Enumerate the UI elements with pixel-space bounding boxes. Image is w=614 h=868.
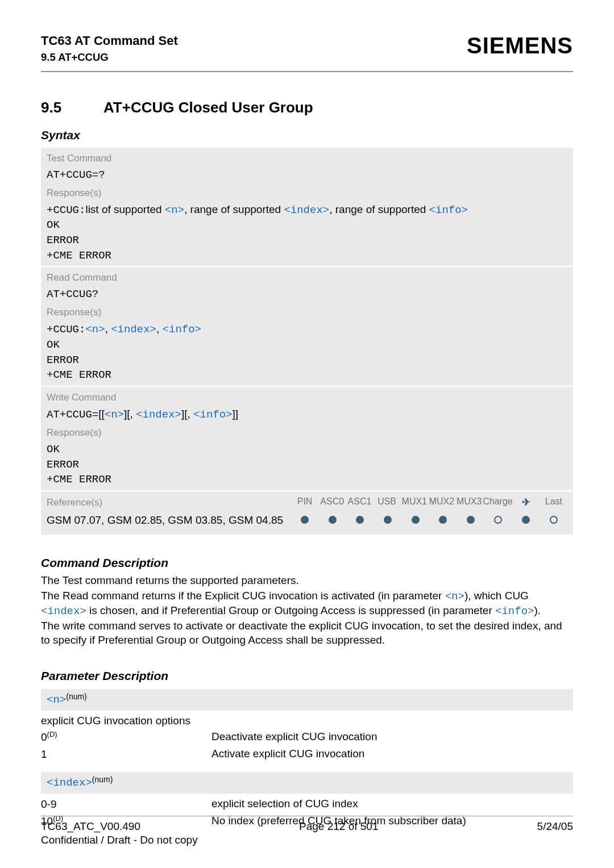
reference-header-cols: PIN ASC0 ASC1 USB MUX1 MUX2 MUX3 Charge … [291,496,567,509]
test-ok: OK [47,218,567,232]
test-response-label: Response(s) [41,182,573,202]
param-n-name: <n> [47,694,66,706]
col-asc0: ASC0 [318,496,346,509]
write-cmd-prefix: AT+CCUG= [47,408,98,421]
write-cme: +CME ERROR [47,473,567,487]
param-index-key-0: 0-9 [41,798,56,810]
command-description-heading: Command Description [41,555,573,570]
test-resp-p3: <info> [429,204,468,216]
section-title: AT+CCUG Closed User Group [103,99,313,116]
param-index-name: <index> [47,777,92,789]
param-n-table: explicit CUG invocation options 0(D) Dea… [41,714,573,762]
param-n-row-1: 1 Activate explicit CUG invocation [41,747,573,762]
col-mux2: MUX2 [428,496,455,509]
dot-mux2 [439,516,447,524]
command-description-body: The Test command returns the supported p… [41,574,573,647]
dot-mux3 [467,516,475,524]
cmd-desc-p2: The Read command returns if the Explicit… [41,589,573,618]
cmd-desc-p2b: ), which CUG [464,590,529,602]
read-error: ERROR [47,353,567,368]
test-command-box: Test Command AT+CCUG=? Response(s) +CCUG… [41,148,573,266]
read-p2: <index> [111,323,156,336]
param-n-caption: explicit CUG invocation options [41,714,573,728]
doc-subsection: 9.5 AT+CCUG [41,51,178,64]
param-index-box: <index>(num) [41,772,573,794]
header-divider [41,71,573,72]
test-cme: +CME ERROR [47,249,567,263]
cmd-desc-p3: The write command serves to activate or … [41,619,573,647]
col-charge: Charge [483,496,512,509]
col-mux1: MUX1 [401,496,428,509]
write-b2: ][, [124,408,136,420]
read-ok: OK [47,338,567,352]
section-number: 9.5 [41,98,103,118]
footer-left-1: TC63_ATC_V00.490 [41,820,140,834]
write-command-box: Write Command AT+CCUG=[[<n>][, <index>][… [41,387,573,490]
reference-specs: GSM 07.07, GSM 02.85, GSM 03.85, GSM 04.… [47,514,291,528]
dot-last [550,516,558,524]
cmd-desc-info: <info> [495,605,534,617]
page-footer: TC63_ATC_V00.490 Page 212 of 501 5/24/05… [41,816,573,848]
header-left: TC63 AT Command Set 9.5 AT+CCUG [41,33,178,64]
read-response-line: +CCUG:<n>, <index>, <info> [47,322,567,337]
test-resp-p2: <index> [284,204,329,216]
footer-right: 5/24/05 [537,820,573,834]
param-index-val-0: explicit selection of CUG index [211,797,573,812]
cmd-desc-p2c: is chosen, and if Preferential Group or … [86,604,495,616]
page-header: TC63 AT Command Set 9.5 AT+CCUG SIEMENS [41,33,573,64]
test-resp-t1: list of supported [85,203,164,215]
param-n-row-0: 0(D) Deactivate explicit CUG invocation [41,730,573,745]
dot-airplane [522,516,530,524]
write-p1: <n> [105,408,124,421]
dot-mux1 [412,516,420,524]
reference-dot-row [291,514,567,525]
dot-asc1 [356,516,364,524]
reference-box: Reference(s) PIN ASC0 ASC1 USB MUX1 MUX2… [41,491,573,535]
footer-left-2: Confidential / Draft - Do not copy [41,833,573,848]
read-c1: , [105,323,111,335]
footer-center: Page 212 of 501 [299,820,378,834]
read-p1: <n> [85,323,105,336]
write-command-line: AT+CCUG=[[<n>][, <index>][, <info>]] [47,407,567,422]
brand-logo: SIEMENS [467,31,573,60]
parameter-description-heading: Parameter Description [41,668,573,683]
cmd-desc-p1: The Test command returns the supported p… [41,574,573,588]
test-command-cmd: AT+CCUG=? [47,168,567,182]
cmd-desc-n: <n> [445,590,464,603]
param-index-sup: (num) [92,775,113,784]
test-resp-prefix: +CCUG: [47,204,85,216]
page: TC63 AT Command Set 9.5 AT+CCUG SIEMENS … [0,0,614,868]
param-n-key-0-sup: (D) [47,730,57,738]
col-asc1: ASC1 [346,496,373,509]
read-p3: <info> [163,323,201,336]
param-n-val-1: Activate explicit CUG invocation [211,747,573,762]
read-command-label: Read Command [41,267,573,286]
param-n-key-0: 0 [41,732,47,744]
write-response-label: Response(s) [41,422,573,441]
read-c2: , [156,323,163,335]
test-resp-t2: , range of supported [184,203,284,215]
write-command-label: Write Command [41,387,573,406]
write-b4: ]] [233,408,239,420]
param-n-box: <n>(num) [41,689,573,711]
test-error: ERROR [47,233,567,248]
col-pin: PIN [291,496,318,509]
dot-usb [384,516,392,524]
param-n-sup: (num) [66,692,87,701]
col-last: Last [540,496,567,509]
test-command-label: Test Command [41,148,573,167]
reference-label: Reference(s) [47,496,291,509]
cmd-desc-p2a: The Read command returns if the Explicit… [41,590,445,602]
param-index-row-0: 0-9 explicit selection of CUG index [41,797,573,812]
write-b1: [[ [98,408,105,420]
param-n-key-1: 1 [41,749,47,761]
doc-title: TC63 AT Command Set [41,33,178,49]
read-command-box: Read Command AT+CCUG? Response(s) +CCUG:… [41,267,573,386]
syntax-label: Syntax [41,127,573,143]
write-error: ERROR [47,458,567,472]
col-mux3: MUX3 [455,496,483,509]
read-command-cmd: AT+CCUG? [47,287,567,302]
dot-charge [494,516,502,524]
col-airplane-icon: ✈ [513,496,540,509]
cmd-desc-p2d: ). [534,604,541,616]
